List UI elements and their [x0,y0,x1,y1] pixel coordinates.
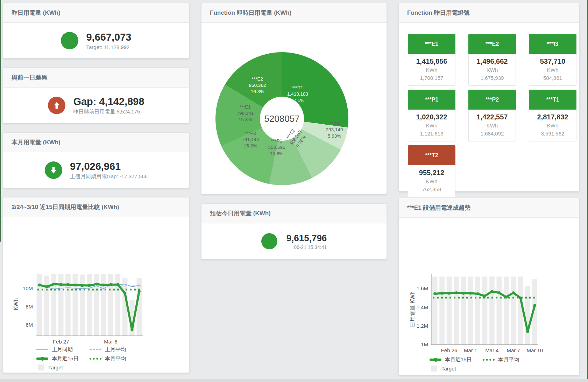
donut-slice-label: ***E2850,36216.3% [249,76,266,95]
tile-label: ***P2 [468,90,516,110]
tile-label: ***I3 [529,34,576,54]
legend-item[interactable]: 本月近15日 [36,355,90,362]
svg-text:8M: 8M [26,304,33,310]
donut-chart[interactable]: 5208057 ***T11,413,18327.1%***I3293,1495… [215,52,348,185]
tile-label: ***E1 [408,34,455,54]
lamp-tile-t1[interactable]: ***T1 2,817,832 KWh 3,591,562 [529,90,576,141]
panel-title: 2/24~3/10 近15日同期用電量比較 (KWh) [3,197,189,217]
bar-swatch-icon [431,366,437,371]
tile-target: 584,861 [529,74,576,82]
bar-swatch-icon [38,364,44,370]
tile-value: 2,817,832 [529,112,576,121]
panel-yesterday-usage: 昨日用電量 (KWh) 9,667,073 Target: 11,128,992 [3,3,190,58]
donut-slice-label: ***P1553,59510.6% [268,138,285,157]
yesterday-value: 9,667,073 [86,31,131,43]
panel-title: 與前一日差異 [3,68,189,88]
legend-item[interactable]: 本月平均 [90,355,143,362]
panel-e1-trend: ***E1 設備用電達成趨勢 1M1.2M1.4M1.6MFeb 26Mar 1… [398,198,580,375]
tile-unit: KWh [469,66,516,74]
lamp-tile-grid: ***E1 1,415,856 KWh 1,700,157 ***E2 1,49… [399,23,579,197]
lamp-tile-e1[interactable]: ***E1 1,415,856 KWh 1,700,157 [408,34,455,86]
legend-item[interactable]: 上月平均 [90,346,143,353]
tile-target: 3,591,562 [529,130,576,138]
svg-text:1M: 1M [421,341,428,347]
arrow-up-icon [48,97,65,114]
month-value: 97,026,961 [70,160,148,172]
tile-target: 762,358 [408,185,455,193]
svg-text:Mar 10: Mar 10 [526,347,543,353]
left-edge-strip [0,0,1,242]
tile-unit: KWh [408,121,455,130]
svg-text:Feb 26: Feb 26 [441,347,458,353]
svg-text:Mar 6: Mar 6 [104,339,117,345]
svg-text:1.4M: 1.4M [417,304,428,310]
dashboard: 昨日用電量 (KWh) 9,667,073 Target: 11,128,992… [0,0,588,382]
comparison-chart[interactable]: 6M8M10MFeb 27Mar 6KWh [3,266,189,348]
status-circle-icon [261,233,277,249]
lamp-tile-i3[interactable]: ***I3 537,710 KWh 584,861 [529,34,576,86]
tile-target: 1,675,939 [469,74,516,82]
gap-subtext: 昨日與前日用電量 5,524,175 [73,109,144,115]
svg-text:1.6M: 1.6M [417,285,428,291]
line-swatch-icon [36,349,48,350]
svg-text:Mar 1: Mar 1 [464,347,477,353]
tile-value: 1,422,557 [469,112,516,121]
month-subtext: 上個月同期用電Gap: -17,377,566 [70,173,148,180]
donut-slice-label: ***T11,413,18327.1% [287,85,308,104]
legend-item[interactable]: Target [36,364,90,370]
tile-value: 1,496,662 [469,57,516,66]
lamp-tile-e2[interactable]: ***E2 1,496,662 KWh 1,675,939 [468,34,516,86]
dotted-swatch-icon [483,359,495,361]
legend-item[interactable]: 上月同期 [36,346,90,353]
tile-target: 1,700,157 [408,74,455,82]
panel-today-estimate: 預估今日用電量 (KWh) 9,615,796 06-21 15:34:41 [201,203,387,259]
legend-item[interactable]: 本月近15日 [430,356,483,363]
lamp-tile-t2[interactable]: ***T2 955,212 KWh 762,358 [408,145,455,197]
tile-target: 1,684,092 [469,130,516,138]
panel-title: 昨日用電量 (KWh) [3,3,189,23]
panel-title: Function 即時日用電量 (KWh) [201,3,387,23]
donut-slice-label: ***I3293,1495.63% [326,120,343,139]
panel-lamp-status: Function 昨日用電燈號 ***E1 1,415,856 KWh 1,70… [398,3,580,192]
tile-unit: KWh [529,121,576,130]
tile-unit: KWh [408,66,455,74]
tile-value: 1,415,856 [408,57,455,66]
svg-text:1.2M: 1.2M [417,323,428,329]
tile-label: ***T1 [529,90,576,110]
panel-month-usage: 本月用電量 (KWh) 97,026,961 上個月同期用電Gap: -17,3… [3,132,190,188]
trend-legend: 本月近15日 本月平均 Target [430,356,536,374]
tile-target: 1,121,613 [408,130,455,138]
tile-unit: KWh [529,66,576,74]
tile-label: ***T2 [408,145,455,165]
panel-15day-comparison: 2/24~3/10 近15日同期用電量比較 (KWh) 6M8M10MFeb 2… [3,197,190,373]
svg-text:Feb 27: Feb 27 [53,339,69,345]
lamp-tile-p2[interactable]: ***P2 1,422,557 KWh 1,684,092 [468,90,516,141]
tile-label: ***P1 [408,90,455,110]
comparison-legend: 上月同期 上月平均 本月近15日 本月平均 Target [36,346,143,373]
donut-slice-label: ***P2791,44415.2% [242,130,259,149]
legend-item[interactable]: Target [430,366,483,371]
e1-trend-chart[interactable]: 1M1.2M1.4M1.6MFeb 26Mar 1Mar 4Mar 7Mar 1… [399,267,579,355]
bottom-scrollbar[interactable] [0,379,588,382]
estimate-value: 9,615,796 [286,233,327,244]
estimate-timestamp: 06-21 15:34:41 [286,244,327,250]
lamp-tile-p1[interactable]: ***P1 1,020,322 KWh 1,121,613 [408,90,455,141]
arrow-down-icon [45,161,62,179]
tile-value: 537,710 [529,57,576,66]
tile-value: 955,212 [408,168,455,177]
gap-value: Gap: 4,142,898 [73,96,144,107]
svg-text:6M: 6M [26,322,33,328]
tile-unit: KWh [469,121,516,130]
svg-text:KWh: KWh [13,298,19,311]
panel-realtime-donut: Function 即時日用電量 (KWh) 5208057 ***T11,413… [201,3,387,194]
dashed-swatch-icon [90,349,101,350]
panel-title: 預估今日用電量 (KWh) [201,204,387,223]
svg-text:10M: 10M [23,285,33,291]
thick-line-swatch-icon [36,357,48,360]
panel-day-gap: 與前一日差異 Gap: 4,142,898 昨日與前日用電量 5,524,175 [3,68,190,123]
panel-title: Function 昨日用電燈號 [399,3,579,23]
thick-line-swatch-icon [430,359,441,361]
panel-title: 本月用電量 (KWh) [3,133,189,152]
legend-item[interactable]: 本月平均 [483,356,536,363]
dotted-swatch-icon [90,358,101,360]
